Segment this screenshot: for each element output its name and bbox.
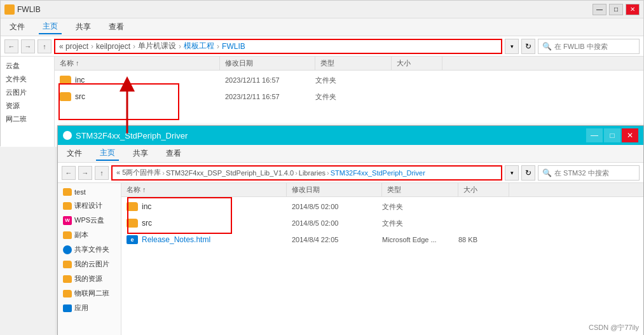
sidebar-item-cloudpic[interactable]: 云图片 bbox=[1, 86, 54, 99]
search-input-top[interactable] bbox=[554, 43, 637, 50]
col-size-top[interactable]: 大小 bbox=[392, 57, 442, 70]
tab-file-bottom[interactable]: 文件 bbox=[63, 147, 86, 160]
bc-sep2: › bbox=[295, 169, 298, 177]
close-button[interactable]: ✕ bbox=[626, 4, 640, 15]
address-dropdown-bottom[interactable]: ▾ bbox=[505, 165, 519, 181]
back-button-bottom[interactable]: ← bbox=[62, 166, 76, 180]
bottom-filename-inc: inc bbox=[142, 202, 151, 211]
bottom-size-release: 88 KB bbox=[458, 236, 509, 243]
bottom-titlebar-left: STM32F4xx_StdPeriph_Driver bbox=[63, 131, 188, 140]
folder-icon-myres bbox=[63, 275, 72, 283]
top-column-headers: 名称 ↑ 修改日期 类型 大小 bbox=[55, 57, 643, 71]
tab-share-top[interactable]: 共享 bbox=[72, 20, 95, 34]
sep4: › bbox=[217, 42, 219, 51]
sidebar-label-wps: WPS云盘 bbox=[74, 215, 104, 225]
sidebar-item-share[interactable]: 共享文件夹 bbox=[58, 242, 121, 257]
sidebar-item-myres[interactable]: 我的资源 bbox=[58, 271, 121, 286]
back-button-top[interactable]: ← bbox=[4, 39, 18, 53]
search-icon-top: 🔍 bbox=[542, 42, 552, 51]
bottom-window-icon bbox=[63, 131, 72, 140]
tab-file-top[interactable]: 文件 bbox=[6, 20, 29, 34]
refresh-button-bottom[interactable]: ↻ bbox=[521, 165, 535, 181]
sidebar-item-test[interactable]: test bbox=[58, 186, 121, 198]
bottom-type-release: Microsoft Edge ... bbox=[382, 236, 458, 243]
col-name-bottom[interactable]: 名称 ↑ bbox=[121, 183, 287, 196]
forward-button-bottom[interactable]: → bbox=[78, 166, 92, 180]
sidebar-item-net2[interactable]: 网二班 bbox=[1, 113, 54, 126]
bottom-ribbon: 文件 主页 共享 查看 bbox=[58, 145, 643, 163]
bottom-date-src: 2014/8/5 02:00 bbox=[287, 219, 382, 227]
up-button-top[interactable]: ↑ bbox=[38, 39, 51, 53]
col-date-top[interactable]: 修改日期 bbox=[220, 57, 315, 70]
bottom-window-title: STM32F4xx_StdPeriph_Driver bbox=[76, 131, 188, 140]
sidebar-item-mypic[interactable]: 我的云图片 bbox=[58, 257, 121, 271]
top-window-icon bbox=[4, 4, 15, 15]
search-box-bottom[interactable]: 🔍 bbox=[538, 165, 640, 181]
bc-sep3: › bbox=[327, 169, 329, 177]
col-date-bottom[interactable]: 修改日期 bbox=[287, 183, 382, 196]
bottom-bc-4: STM32F4xx_StdPeriph_Driver bbox=[331, 169, 425, 177]
maximize-button[interactable]: □ bbox=[609, 4, 623, 15]
forward-button-top[interactable]: → bbox=[21, 39, 35, 53]
bottom-bc-2: STM32F4xx_DSP_StdPeriph_Lib_V1.4.0 bbox=[166, 169, 294, 177]
folder-icon-backup bbox=[63, 231, 72, 239]
top-file-row-inc[interactable]: inc 2023/12/11 16:57 文件夹 bbox=[55, 72, 643, 88]
tab-view-top[interactable]: 查看 bbox=[105, 20, 128, 34]
sep1: › bbox=[91, 42, 93, 51]
sidebar-item-drive[interactable]: 云盘 bbox=[1, 59, 54, 72]
breadcrumb-part-1: « project bbox=[59, 42, 88, 51]
bottom-minimize-button[interactable]: — bbox=[586, 128, 603, 142]
bottom-column-headers: 名称 ↑ 修改日期 类型 大小 bbox=[121, 183, 643, 197]
bottom-file-name-release: e Release_Notes.html bbox=[121, 235, 287, 244]
bottom-maximize-button[interactable]: □ bbox=[604, 128, 620, 142]
sep2: › bbox=[133, 42, 135, 51]
bottom-file-name-src: src bbox=[121, 219, 287, 228]
folder-icon-inc-bottom bbox=[127, 202, 138, 211]
app-icon bbox=[63, 304, 72, 312]
sep3: › bbox=[179, 42, 181, 51]
search-box-top[interactable]: 🔍 bbox=[538, 39, 640, 54]
sidebar-item-wps[interactable]: W WPS云盘 bbox=[58, 213, 121, 228]
bottom-bc-1: « 5两个固件库 bbox=[116, 168, 161, 177]
bottom-file-row-src[interactable]: src 2014/8/5 02:00 文件夹 bbox=[121, 215, 643, 231]
breadcrumb-part-2: keilproject bbox=[96, 42, 130, 51]
col-type-top[interactable]: 类型 bbox=[315, 57, 392, 70]
minimize-button[interactable]: — bbox=[593, 4, 606, 15]
bottom-file-row-inc[interactable]: inc 2014/8/5 02:00 文件夹 bbox=[121, 198, 643, 215]
sidebar-item-backup[interactable]: 副本 bbox=[58, 228, 121, 242]
bottom-close-button[interactable]: ✕ bbox=[622, 128, 638, 142]
sidebar-item-resource[interactable]: 资源 bbox=[1, 99, 54, 113]
tab-home-bottom[interactable]: 主页 bbox=[96, 146, 119, 161]
top-type-src: 文件夹 bbox=[315, 92, 392, 102]
address-dropdown-top[interactable]: ▾ bbox=[505, 39, 519, 54]
tab-home-top[interactable]: 主页 bbox=[39, 20, 62, 34]
sidebar-label-app: 应用 bbox=[74, 303, 88, 313]
sidebar-item-folder[interactable]: 文件夹 bbox=[1, 72, 54, 86]
sidebar-item-iot[interactable]: 物联网二班 bbox=[58, 286, 121, 301]
top-file-row-src[interactable]: src 2023/12/11 16:57 文件夹 bbox=[55, 88, 643, 105]
bottom-breadcrumb-box[interactable]: « 5两个固件库 › STM32F4xx_DSP_StdPeriph_Lib_V… bbox=[111, 165, 502, 181]
top-window-controls: — □ ✕ bbox=[593, 4, 640, 15]
bottom-bc-3: Libraries bbox=[299, 169, 325, 177]
tab-view-bottom[interactable]: 查看 bbox=[162, 147, 185, 160]
col-size-bottom[interactable]: 大小 bbox=[458, 183, 509, 196]
bottom-window: STM32F4xx_StdPeriph_Driver — □ ✕ 文件 主页 共… bbox=[57, 125, 644, 335]
col-type-bottom[interactable]: 类型 bbox=[382, 183, 458, 196]
top-sidebar: 云盘 文件夹 云图片 资源 网二班 bbox=[1, 57, 55, 147]
bottom-file-rows: inc 2014/8/5 02:00 文件夹 src 2014/8/5 02:0… bbox=[121, 197, 643, 249]
top-address-bar: ← → ↑ « project › keilproject › 单片机课设 › … bbox=[1, 36, 643, 57]
sidebar-item-app[interactable]: 应用 bbox=[58, 301, 121, 315]
sidebar-label-myres: 我的资源 bbox=[74, 274, 102, 284]
sidebar-item-course[interactable]: 课程设计 bbox=[58, 198, 121, 213]
col-name-top[interactable]: 名称 ↑ bbox=[55, 57, 220, 70]
breadcrumb-part-5: FWLIB bbox=[222, 42, 245, 51]
up-button-bottom[interactable]: ↑ bbox=[95, 166, 109, 180]
tab-share-bottom[interactable]: 共享 bbox=[129, 147, 152, 160]
bottom-file-row-release[interactable]: e Release_Notes.html 2014/8/4 22:05 Micr… bbox=[121, 231, 643, 248]
bottom-filename-release: Release_Notes.html bbox=[142, 235, 210, 244]
sidebar-label-mypic: 我的云图片 bbox=[74, 259, 109, 269]
top-breadcrumb-box[interactable]: « project › keilproject › 单片机课设 › 模板工程 ›… bbox=[54, 39, 502, 54]
search-input-bottom[interactable] bbox=[554, 169, 618, 177]
refresh-button-top[interactable]: ↻ bbox=[521, 39, 535, 54]
top-type-inc: 文件夹 bbox=[315, 76, 392, 85]
